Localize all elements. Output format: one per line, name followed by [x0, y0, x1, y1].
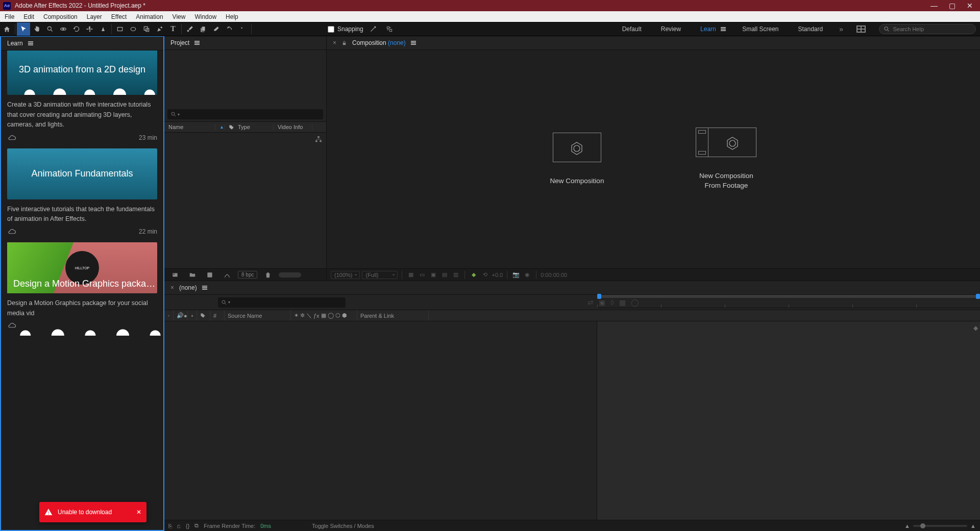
show-snapshot-icon[interactable]: ◉: [523, 271, 532, 279]
clone-tool[interactable]: [197, 22, 210, 36]
render-queue-icon[interactable]: ⧉: [194, 522, 199, 529]
mask-toggle-icon[interactable]: ▭: [418, 271, 427, 279]
roto-tool[interactable]: [223, 22, 236, 36]
timecode-display[interactable]: 0:00:00:00: [541, 272, 567, 278]
workspace-grid-icon[interactable]: [856, 26, 866, 33]
marker-icon[interactable]: ◆: [973, 324, 978, 332]
timeline-ruler[interactable]: [597, 299, 980, 308]
comp-tab-close-icon[interactable]: ×: [333, 39, 336, 46]
learn-tab-menu-icon[interactable]: [28, 41, 33, 45]
zoom-tool[interactable]: [43, 22, 57, 36]
toast-close-button[interactable]: ✕: [136, 509, 141, 516]
new-composition-button[interactable]: New Composition: [550, 133, 604, 186]
col-source-name[interactable]: Source Name: [225, 310, 291, 321]
comp-tab-label[interactable]: Composition (none): [352, 39, 406, 46]
transparency-grid-icon[interactable]: ▦: [406, 271, 415, 279]
type-tool[interactable]: T: [166, 22, 180, 36]
timeline-tab[interactable]: (none): [179, 284, 197, 291]
snapshot-icon[interactable]: 📷: [511, 271, 521, 279]
learn-tab[interactable]: Learn: [7, 40, 23, 47]
resolution-dropdown[interactable]: (Full): [362, 271, 398, 279]
menu-view[interactable]: View: [168, 13, 190, 20]
new-folder-icon[interactable]: [186, 268, 199, 282]
workspace-review[interactable]: Review: [658, 23, 684, 35]
menu-effect[interactable]: Effect: [107, 13, 131, 20]
learn-card-anim-thumb[interactable]: Animation Fundamentals: [7, 148, 157, 199]
flowchart-icon[interactable]: [315, 136, 322, 143]
learn-card-3d-thumb[interactable]: 3D animation from a 2D design: [7, 50, 157, 95]
region-icon[interactable]: ▣: [429, 271, 438, 279]
mask-tool[interactable]: [140, 22, 153, 36]
col-lock-icon[interactable]: [188, 310, 197, 321]
snap-opt-2-icon[interactable]: [383, 22, 396, 36]
ellipse-tool[interactable]: [127, 22, 140, 36]
workspace-default[interactable]: Default: [619, 23, 645, 35]
guides-icon[interactable]: ▤: [440, 271, 449, 279]
workspace-learn[interactable]: Learn: [697, 23, 719, 35]
timeline-zoom-slider[interactable]: ▲▲: [904, 524, 976, 528]
menu-file[interactable]: File: [0, 13, 19, 20]
selection-tool[interactable]: [17, 22, 30, 36]
comp-tab-menu-icon[interactable]: [411, 41, 416, 45]
timeline-tab-close-icon[interactable]: ×: [170, 284, 174, 291]
pan-behind-tool[interactable]: [83, 22, 96, 36]
col-parent[interactable]: Parent & Link: [357, 310, 429, 321]
channel-icon[interactable]: ▥: [451, 271, 460, 279]
workspace-overflow-icon[interactable]: »: [839, 25, 843, 33]
search-help-input[interactable]: [879, 24, 976, 34]
anchor-tool[interactable]: [96, 22, 110, 36]
timeline-tracks-area[interactable]: ◆: [597, 321, 980, 520]
new-composition-from-footage-button[interactable]: New CompositionFrom Footage: [696, 128, 756, 191]
toggle-switches-modes-button[interactable]: Toggle Switches / Modes: [312, 523, 374, 529]
rotate-tool[interactable]: [70, 22, 83, 36]
col-visibility-icon[interactable]: [164, 310, 174, 321]
col-label-icon[interactable]: [197, 310, 210, 321]
new-comp-icon[interactable]: [203, 268, 216, 282]
col-index[interactable]: #: [210, 310, 225, 321]
snap-opt-1-icon[interactable]: [366, 22, 380, 36]
timeline-tab-menu-icon[interactable]: [202, 286, 207, 290]
menu-animation[interactable]: Animation: [131, 13, 167, 20]
hand-tool[interactable]: [30, 22, 43, 36]
learn-card-mg-thumb[interactable]: HILLTOP Design a Motion Graphics packa…: [7, 242, 157, 293]
bpc-indicator[interactable]: 8 bpc: [238, 271, 257, 279]
maximize-button[interactable]: ▢: [949, 2, 955, 10]
project-settings-icon[interactable]: [220, 268, 234, 282]
col-audio-icon[interactable]: 🔊: [174, 310, 181, 321]
exposure-value[interactable]: +0.0: [492, 272, 503, 278]
toggle-switches-icon[interactable]: ⎘: [168, 523, 172, 529]
color-mgmt-icon[interactable]: ◆: [469, 271, 478, 279]
thumbnail-slider[interactable]: [279, 272, 301, 277]
project-columns[interactable]: Name ▲ Type Video Info: [164, 121, 326, 133]
brush-tool[interactable]: [183, 22, 197, 36]
home-button[interactable]: [0, 22, 13, 36]
workspace-standard[interactable]: Standard: [795, 23, 826, 35]
minimize-button[interactable]: —: [930, 2, 938, 10]
eraser-tool[interactable]: [210, 22, 223, 36]
lock-icon[interactable]: [341, 40, 347, 46]
menu-composition[interactable]: Composition: [39, 13, 82, 20]
workspace-learn-menu-icon[interactable]: [721, 27, 726, 31]
project-search-input[interactable]: ▾: [167, 109, 323, 119]
snapping-checkbox[interactable]: [328, 26, 334, 33]
delete-icon[interactable]: [261, 268, 275, 282]
puppet-tool[interactable]: [236, 22, 250, 36]
rect-tool[interactable]: [113, 22, 127, 36]
timeline-layers-area[interactable]: [164, 321, 597, 520]
toggle-brackets-icon[interactable]: {}: [186, 523, 189, 529]
timeline-work-area[interactable]: [597, 295, 980, 298]
close-button[interactable]: ✕: [967, 2, 973, 10]
timeline-search-input[interactable]: ▾: [218, 297, 346, 308]
pen-tool[interactable]: [153, 22, 166, 36]
comp-mini-flow-icon[interactable]: ⇄: [587, 298, 594, 307]
menu-help[interactable]: Help: [221, 13, 243, 20]
workspace-small-screen[interactable]: Small Screen: [739, 23, 781, 35]
menu-edit[interactable]: Edit: [19, 13, 39, 20]
project-tab-menu-icon[interactable]: [194, 41, 200, 45]
zoom-dropdown[interactable]: (100%): [331, 271, 360, 279]
project-body[interactable]: [164, 133, 326, 268]
orbit-tool[interactable]: [57, 22, 70, 36]
interpret-footage-icon[interactable]: [168, 268, 182, 282]
reset-exposure-icon[interactable]: ⟲: [480, 271, 489, 279]
project-tab[interactable]: Project: [170, 39, 189, 46]
